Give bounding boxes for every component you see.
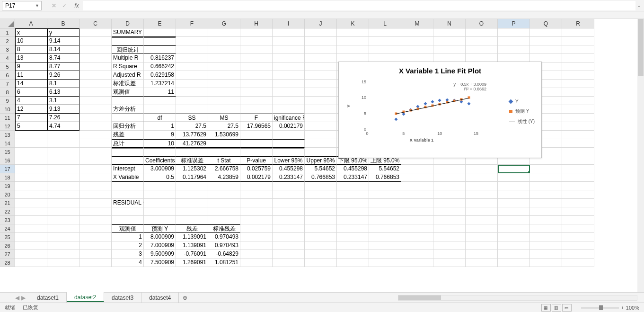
- cell-C18[interactable]: [79, 173, 112, 182]
- cell-F5[interactable]: [176, 62, 208, 71]
- cell-H18[interactable]: 0.002179: [240, 173, 273, 182]
- cell-I26[interactable]: [273, 241, 305, 250]
- cell-J8[interactable]: [305, 88, 337, 97]
- cell-F11[interactable]: SS: [176, 114, 208, 122]
- row-header-10[interactable]: 10: [0, 105, 15, 114]
- cell-K26[interactable]: [337, 241, 369, 250]
- cell-A7[interactable]: 14: [15, 80, 47, 88]
- row-header-21[interactable]: 21: [0, 199, 15, 207]
- cell-G16[interactable]: t Stat: [208, 156, 240, 165]
- cell-G9[interactable]: [208, 97, 240, 105]
- cell-K19[interactable]: [337, 182, 369, 190]
- cell-Q25[interactable]: [530, 233, 562, 241]
- cell-I2[interactable]: [273, 37, 305, 45]
- cell-F28[interactable]: 1.269091: [176, 259, 208, 267]
- cell-L26[interactable]: [369, 241, 401, 250]
- cell-K27[interactable]: [337, 250, 369, 259]
- cell-J5[interactable]: [305, 62, 337, 71]
- cell-D5[interactable]: R Square: [112, 62, 144, 71]
- formula-input[interactable]: [83, 1, 635, 10]
- cell-L21[interactable]: [369, 199, 401, 207]
- cell-L18[interactable]: 0.766853: [369, 173, 401, 182]
- cell-F27[interactable]: -0.76091: [176, 250, 208, 259]
- cell-E28[interactable]: 7.500909: [144, 259, 176, 267]
- row-header-25[interactable]: 25: [0, 233, 15, 241]
- cell-F25[interactable]: 1.139091: [176, 233, 208, 241]
- cell-I22[interactable]: [273, 207, 305, 216]
- cell-E8[interactable]: 11: [144, 88, 176, 97]
- column-header-D[interactable]: D: [112, 19, 144, 28]
- cell-C7[interactable]: [79, 80, 112, 88]
- cell-I14[interactable]: [273, 139, 305, 148]
- cell-I23[interactable]: [273, 216, 305, 224]
- cell-B14[interactable]: [47, 139, 79, 148]
- cell-D19[interactable]: [112, 182, 144, 190]
- cell-L19[interactable]: [369, 182, 401, 190]
- cell-F23[interactable]: [176, 216, 208, 224]
- cell-C13[interactable]: [79, 131, 112, 139]
- cell-K2[interactable]: [337, 37, 369, 45]
- cell-K24[interactable]: [337, 224, 369, 233]
- cell-R13[interactable]: [562, 131, 594, 139]
- cell-H10[interactable]: [240, 105, 273, 114]
- cell-C2[interactable]: [79, 37, 112, 45]
- cell-F12[interactable]: 27.5: [176, 122, 208, 131]
- cell-L24[interactable]: [369, 224, 401, 233]
- cell-H2[interactable]: [240, 37, 273, 45]
- column-header-J[interactable]: J: [305, 19, 337, 28]
- cell-M20[interactable]: [401, 190, 433, 199]
- cell-A20[interactable]: [15, 190, 47, 199]
- cell-E20[interactable]: [144, 190, 176, 199]
- cell-D15[interactable]: [112, 148, 144, 156]
- cell-C1[interactable]: [79, 28, 112, 37]
- cell-B7[interactable]: 8.1: [47, 80, 79, 88]
- cell-N22[interactable]: [433, 207, 466, 216]
- cell-M3[interactable]: [401, 45, 433, 54]
- cell-B27[interactable]: [47, 250, 79, 259]
- cell-E4[interactable]: 0.816237: [144, 54, 176, 62]
- cell-J22[interactable]: [305, 207, 337, 216]
- cell-B15[interactable]: [47, 148, 79, 156]
- cell-J19[interactable]: [305, 182, 337, 190]
- cell-L28[interactable]: [369, 259, 401, 267]
- cell-D9[interactable]: [112, 97, 144, 105]
- cell-R12[interactable]: [562, 122, 594, 131]
- cell-I15[interactable]: [273, 148, 305, 156]
- cell-N28[interactable]: [433, 259, 466, 267]
- cell-G19[interactable]: [208, 182, 240, 190]
- page-layout-view-button[interactable]: ▥: [552, 304, 561, 312]
- cell-B8[interactable]: 6.13: [47, 88, 79, 97]
- cell-A1[interactable]: x: [15, 28, 47, 37]
- cell-J28[interactable]: [305, 259, 337, 267]
- column-header-H[interactable]: H: [240, 19, 273, 28]
- cell-G20[interactable]: [208, 190, 240, 199]
- cell-C5[interactable]: [79, 62, 112, 71]
- cell-H1[interactable]: [240, 28, 273, 37]
- cell-C6[interactable]: [79, 71, 112, 80]
- cell-R11[interactable]: [562, 114, 594, 122]
- cell-G6[interactable]: [208, 71, 240, 80]
- cell-N18[interactable]: [433, 173, 466, 182]
- row-header-15[interactable]: 15: [0, 148, 15, 156]
- cell-R27[interactable]: [562, 250, 594, 259]
- cell-A5[interactable]: 9: [15, 62, 47, 71]
- sheet-tab-dataset1[interactable]: dataset1: [29, 293, 67, 303]
- cell-G17[interactable]: 2.666758: [208, 165, 240, 173]
- cell-R18[interactable]: [562, 173, 594, 182]
- cell-I12[interactable]: 0.002179: [273, 122, 305, 131]
- cell-B22[interactable]: [47, 207, 79, 216]
- cell-D12[interactable]: 回归分析: [112, 122, 144, 131]
- cell-P2[interactable]: [498, 37, 530, 45]
- cell-O18[interactable]: [466, 173, 498, 182]
- row-header-4[interactable]: 4: [0, 54, 15, 62]
- row-header-7[interactable]: 7: [0, 80, 15, 88]
- cell-H27[interactable]: [240, 250, 273, 259]
- cell-B6[interactable]: 9.26: [47, 71, 79, 80]
- cell-L17[interactable]: 5.54652: [369, 165, 401, 173]
- cell-H28[interactable]: [240, 259, 273, 267]
- cell-G11[interactable]: MS: [208, 114, 240, 122]
- cell-B26[interactable]: [47, 241, 79, 250]
- cell-E12[interactable]: 1: [144, 122, 176, 131]
- cell-A12[interactable]: 5: [15, 122, 47, 131]
- cell-Q22[interactable]: [530, 207, 562, 216]
